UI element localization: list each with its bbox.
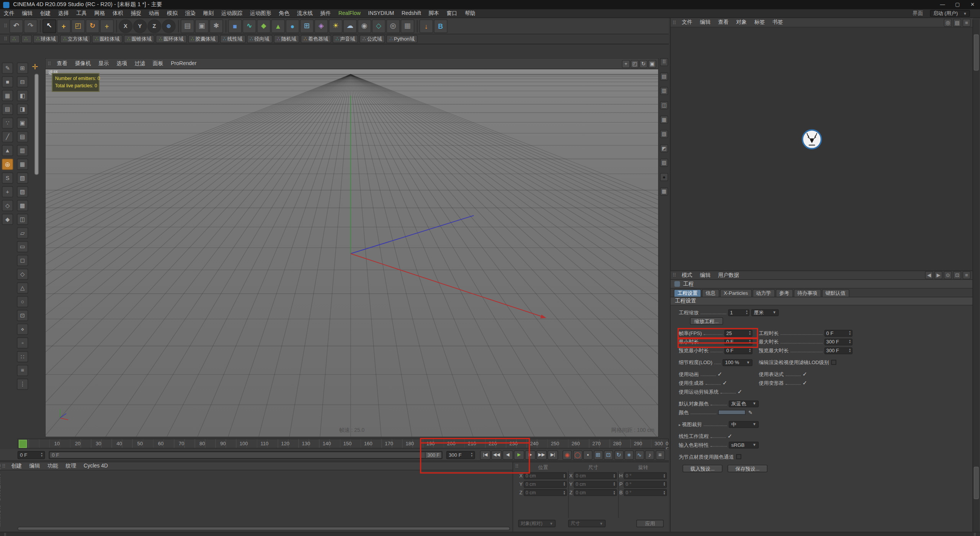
cylinder-field-button[interactable]: ∴圆柱体域 [92,35,122,43]
stepper-icon[interactable]: ▴▾ [749,348,751,353]
coordinate-mode-select[interactable]: 对象(相对)▼ [518,520,555,528]
left-dock-tool-button-3[interactable]: ◧ [17,90,28,101]
am-forward-button[interactable]: ▶ [934,271,942,279]
tab-动力学[interactable]: 动力学 [752,289,775,297]
scrollbar-thumb[interactable] [974,467,979,499]
stepper-icon[interactable]: ▴▾ [849,330,851,335]
pan-view-button[interactable]: + [622,60,630,68]
left-dock-tool-button-16[interactable]: ◇ [17,269,28,280]
checkmark-icon[interactable]: ✓ [738,389,742,395]
add-spline-button[interactable]: ∿ [242,19,256,33]
scale-project-button[interactable]: 缩放工程... [690,317,723,325]
y-axis-lock[interactable]: Y [133,19,147,33]
live-selection-tool[interactable]: ↖ [42,19,56,33]
value-field[interactable]: 300 F▴▾ [824,347,852,354]
scrollbar-thumb[interactable] [974,34,979,71]
left-dock-tool-button-1[interactable]: ⊞ [17,62,28,74]
add-camera-button[interactable]: ◉ [358,19,371,33]
panel-dock-button-6[interactable]: ◩ [660,144,668,152]
workplane-lock-button[interactable]: ◇ [2,200,13,211]
go-to-prev-key-button[interactable]: ◀◀ [491,450,502,459]
left-dock-tool-button-4[interactable]: ◨ [17,104,28,115]
coordinate-field[interactable]: 0 °▴▾ [624,472,667,479]
tab-信息[interactable]: 信息 [702,289,719,297]
stepper-icon[interactable]: ▴▾ [614,482,615,487]
formula-field-button[interactable]: ∴公式域 [359,35,385,43]
current-frame-field[interactable]: 0 F ▴▾ [18,451,45,459]
menu-体积[interactable]: 体积 [109,10,127,17]
am-back-button[interactable]: ◀ [925,271,933,279]
tab-键默认值[interactable]: 键默认值 [822,289,849,297]
left-dock-tool-button-21[interactable]: ▫ [17,337,28,348]
material-grip[interactable]: ⠿ [2,463,6,469]
left-dock-tool-button-8[interactable]: ▦ [17,159,28,170]
menu-运动跟踪[interactable]: 运动跟踪 [217,10,246,17]
viewport-canvas[interactable]: 选择 Number of emitters: 0 Total live part… [46,69,658,436]
panel-dock-button-8[interactable]: ▩ [660,188,668,196]
linear-field-button[interactable]: ∴线性域 [220,35,245,43]
material-scrollbar[interactable] [18,527,510,531]
toggle-view-button[interactable]: ▣ [648,60,656,68]
object-list-area[interactable] [671,28,973,271]
play-forward-button[interactable]: ▶ [514,450,524,459]
checkmark-icon[interactable]: ✓ [722,380,727,386]
left-dock-tool-button-18[interactable]: ○ [17,296,28,307]
spherical-field-button[interactable]: ∴球体域 [33,35,59,43]
scrollbar-thumb[interactable] [18,527,509,530]
object-manager-menu-文件[interactable]: 文件 [678,19,696,26]
render-settings-button[interactable]: ✱ [209,19,223,33]
viewport-menu-过滤[interactable]: 过滤 [131,60,149,68]
toolbar-grip[interactable]: ⠿ [4,23,8,29]
stepper-icon[interactable]: ▴▾ [614,473,615,478]
attribute-manager-scrollbar[interactable] [972,271,979,532]
torus-field-button[interactable]: ∴圆环体域 [156,35,186,43]
edges-mode-button[interactable]: ╱ [2,131,13,142]
box-field-button[interactable]: ∴立方体域 [60,35,91,43]
panel-dock-button-2[interactable]: ▥ [660,87,668,95]
color-swatch[interactable] [718,410,746,415]
range-end-handle[interactable]: 300 F [425,452,441,458]
om-menu-button[interactable]: ≡ [962,18,970,26]
left-dock-tool-button-13[interactable]: ▱ [17,227,28,239]
left-dock-tool-button-17[interactable]: △ [17,283,28,294]
rotate-view-button[interactable]: ↻ [639,60,647,68]
coordinate-field[interactable]: 0 cm▴▾ [524,481,567,488]
am-pin-button[interactable]: ⊙ [944,271,952,279]
material-ball-icon[interactable]: ● [660,173,668,181]
z-axis-lock[interactable]: Z [147,19,161,33]
menu-渲染[interactable]: 渲染 [181,10,199,17]
go-to-start-button[interactable]: |◀ [480,450,491,459]
attribute-menu-编辑[interactable]: 编辑 [696,271,714,279]
stepper-icon[interactable]: ▴▾ [614,490,615,495]
coordinate-field[interactable]: 0 °▴▾ [624,489,667,496]
add-modeling-button[interactable]: ▲ [271,19,285,33]
value-field[interactable]: 1▴▾ [728,309,750,316]
stepper-icon[interactable]: ▴▾ [749,330,751,335]
add-mograph-button[interactable]: ⊞ [300,19,314,33]
current-frame-marker[interactable] [19,440,27,448]
checkmark-icon[interactable]: ✓ [717,371,722,377]
stepper-icon[interactable]: ▴▾ [471,452,473,457]
value-field[interactable]: 300 F▴▾ [824,338,852,345]
render-view-button[interactable]: ▤ [181,19,194,33]
viewport-menu-显示[interactable]: 显示 [95,60,113,68]
left-dock-tool-button-22[interactable]: ∷ [17,351,28,362]
add-environment-button[interactable]: ☁ [343,19,357,33]
workplane-mode-button[interactable]: ▤ [2,104,13,115]
coordinate-field[interactable]: 0 cm▴▾ [574,472,617,479]
coordinate-field[interactable]: 0 cm▴▾ [574,481,617,488]
menu-创建[interactable]: 创建 [36,10,54,17]
model-mode-button[interactable]: ■ [2,76,13,87]
viewport-menu-查看[interactable]: 查看 [53,60,71,68]
dropdown-select[interactable]: 中▼ [729,421,759,428]
value-field[interactable]: 25▴▾ [724,330,752,337]
menu-文件[interactable]: 文件 [0,10,18,17]
menu-角色[interactable]: 角色 [275,10,293,17]
add-generator-button[interactable]: ◆ [257,19,271,33]
dropdown-select[interactable]: 100 %▼ [722,359,752,366]
am-menu-button[interactable]: ≡ [962,271,970,279]
add-light-button[interactable]: ☀ [329,19,343,33]
left-dock-tool-button-5[interactable]: ▣ [17,118,28,129]
add-deformer-button[interactable]: ◈ [314,19,328,33]
enable-snap-button[interactable]: ◎ [2,159,13,170]
